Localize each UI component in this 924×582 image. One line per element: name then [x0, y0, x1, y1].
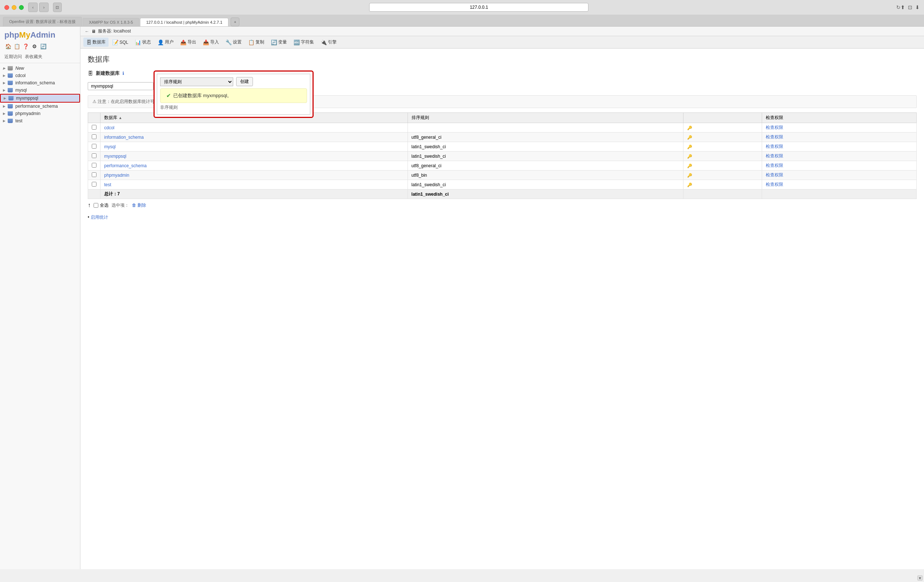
delete-label: 删除 — [137, 202, 146, 209]
new-db-help-icon[interactable]: ℹ — [122, 71, 124, 76]
forward-button[interactable]: › — [39, 3, 49, 12]
refresh-icon[interactable]: 🔄 — [40, 43, 47, 50]
toolbar-settings[interactable]: 🔧 设置 — [223, 38, 244, 47]
toolbar-sql[interactable]: 📝 SQL — [109, 38, 131, 47]
expand-icon-pma: ▶ — [3, 112, 5, 115]
check-priv-myxmppsql[interactable]: 检查权限 — [766, 153, 912, 159]
toolbar-database[interactable]: 🗄 数据库 — [83, 38, 109, 47]
new-tab-button[interactable]: + — [231, 18, 239, 26]
settings-toolbar-icon: 🔧 — [226, 39, 232, 45]
delete-button[interactable]: 🗑 删除 — [132, 202, 146, 209]
checkbox-test[interactable] — [92, 182, 96, 187]
favorites-link[interactable]: 表收藏夹 — [25, 54, 42, 60]
list-icon[interactable]: 📋 — [13, 43, 20, 50]
toolbar-engines[interactable]: 🔌 引擎 — [318, 38, 340, 47]
checkbox-myxmppsql[interactable] — [92, 153, 96, 158]
sidebar-item-information-schema[interactable]: ▶ information_schema — [0, 79, 80, 87]
th-action1 — [683, 113, 762, 123]
toolbar-import[interactable]: 📥 导入 — [200, 38, 222, 47]
toolbar-copy[interactable]: 📋 复制 — [245, 38, 267, 47]
db-link-perf[interactable]: performance_schema — [104, 163, 147, 168]
row-icon-info: 🔑 — [683, 133, 762, 142]
browser-dots — [4, 5, 24, 10]
db-cylinder-info — [8, 81, 13, 85]
row-collation-cdcol — [408, 123, 683, 133]
back-button[interactable]: ‹ — [28, 3, 38, 12]
db-link-test[interactable]: test — [104, 182, 111, 187]
sidebar-item-phpmyadmin[interactable]: ▶ phpmyadmin — [0, 110, 80, 117]
recent-visits-link[interactable]: 近期访问 — [4, 54, 22, 60]
server-bar-back-icon[interactable]: ← — [85, 29, 89, 34]
sidebar-item-new[interactable]: ▶ New — [0, 65, 80, 72]
row-check-mysql — [88, 142, 101, 151]
notice-icon: ⚠ — [92, 99, 96, 104]
close-dot[interactable] — [4, 5, 9, 10]
row-name-test: test — [101, 180, 408, 189]
th-collation: 排序规则 — [408, 113, 683, 123]
address-input[interactable]: 127.0.0.1 — [369, 3, 589, 12]
toolbar-variables[interactable]: 🔄 变量 — [268, 38, 290, 47]
tab-xampp[interactable]: XAMPP for OS X 1.8.3-5 — [82, 18, 139, 26]
check-priv-perf[interactable]: 检查权限 — [766, 163, 912, 169]
sidebar-item-new-label: New — [15, 66, 24, 71]
download-icon[interactable]: ⬇ — [915, 4, 920, 10]
select-all-label[interactable]: 全选 — [94, 202, 109, 209]
selected-label: 选中项： — [112, 202, 129, 209]
toolbar-export[interactable]: 📤 导出 — [177, 38, 199, 47]
db-cylinder-cdcol — [8, 73, 13, 78]
share-icon[interactable]: ⬆ — [901, 4, 905, 10]
check-priv-mysql[interactable]: 检查权限 — [766, 143, 912, 150]
toolbar-status[interactable]: 📊 状态 — [132, 38, 154, 47]
collation-dropdown-select[interactable]: 排序规则 — [160, 77, 233, 86]
maximize-dot[interactable] — [19, 5, 24, 10]
settings-icon[interactable]: ⚙ — [31, 43, 38, 50]
minimize-dot[interactable] — [12, 5, 16, 10]
check-priv-info[interactable]: 检查权限 — [766, 134, 912, 140]
reload-button[interactable]: ↻ — [896, 4, 901, 10]
tab-overview-icon[interactable]: ⊡ — [908, 4, 912, 10]
toolbar-charset[interactable]: 🔤 字符集 — [290, 38, 317, 47]
db-link-pma[interactable]: phpmyadmin — [104, 173, 129, 178]
enable-stats-link[interactable]: 启用统计 — [91, 215, 108, 220]
address-center: 127.0.0.1 — [65, 3, 893, 12]
toolbar-sql-label: SQL — [119, 40, 128, 45]
select-all-checkbox[interactable] — [94, 203, 98, 208]
checkbox-perf[interactable] — [92, 163, 96, 168]
sidebar-item-test[interactable]: ▶ test — [0, 117, 80, 125]
home-icon[interactable]: 🏠 — [4, 43, 12, 50]
checkbox-cdcol[interactable] — [92, 125, 96, 130]
sidebar-item-myxmppsql[interactable]: ▶ myxmppsql — [0, 94, 80, 103]
reader-view-button[interactable]: ⊡ — [53, 3, 62, 12]
db-link-mysql[interactable]: mysql — [104, 144, 116, 149]
new-db-input[interactable]: myxmppsql — [88, 82, 153, 90]
sidebar-logo: phpMyAdmin — [0, 27, 80, 42]
sidebar-item-mysql[interactable]: ▶ mysql — [0, 87, 80, 94]
check-priv-pma[interactable]: 检查权限 — [766, 172, 912, 178]
dropdown-row: 排序规则 创建 — [160, 77, 307, 86]
db-link-cdcol[interactable]: cdcol — [104, 125, 114, 130]
db-link-info[interactable]: information_schema — [104, 135, 144, 140]
success-icon: ✔ — [166, 92, 171, 99]
row-icon-myxmppsql: 🔑 — [683, 151, 762, 161]
delete-icon: 🗑 — [132, 203, 136, 208]
new-db-label: 新建数据库 — [96, 70, 119, 77]
sidebar-item-phpmyadmin-label: phpmyadmin — [15, 111, 41, 116]
sidebar-item-performance-schema[interactable]: ▶ performance_schema — [0, 103, 80, 110]
tab-phpmyadmin[interactable]: 127.0.0.1 / localhost | phpMyAdmin 4.2.7… — [140, 18, 228, 26]
toolbar-user[interactable]: 👤 用户 — [155, 38, 177, 47]
db-link-myxmppsql[interactable]: myxmppsql — [104, 154, 127, 159]
row-collation-myxmppsql: latin1_swedish_ci — [408, 151, 683, 161]
sidebar-item-cdcol[interactable]: ▶ cdcol — [0, 72, 80, 79]
check-priv-test[interactable]: 检查权限 — [766, 181, 912, 187]
database-table: 数据库 ▲ 排序规则 检查权限 cdcol 🔑 检查权限 — [88, 112, 917, 199]
expand-icon-mysql: ▶ — [3, 88, 5, 92]
checkbox-mysql[interactable] — [92, 144, 96, 149]
tab-openfire[interactable]: Openfire 设置: 数据库设置 - 标准连接 — [3, 17, 82, 26]
dropdown-create-button[interactable]: 创建 — [236, 77, 253, 86]
checkbox-pma[interactable] — [92, 172, 96, 177]
row-icon-cdcol: 🔑 — [683, 123, 762, 133]
table-row: myxmppsql latin1_swedish_ci 🔑 检查权限 — [88, 151, 917, 161]
help-icon[interactable]: ❓ — [22, 43, 29, 50]
check-priv-cdcol[interactable]: 检查权限 — [766, 125, 912, 131]
checkbox-info[interactable] — [92, 134, 96, 139]
